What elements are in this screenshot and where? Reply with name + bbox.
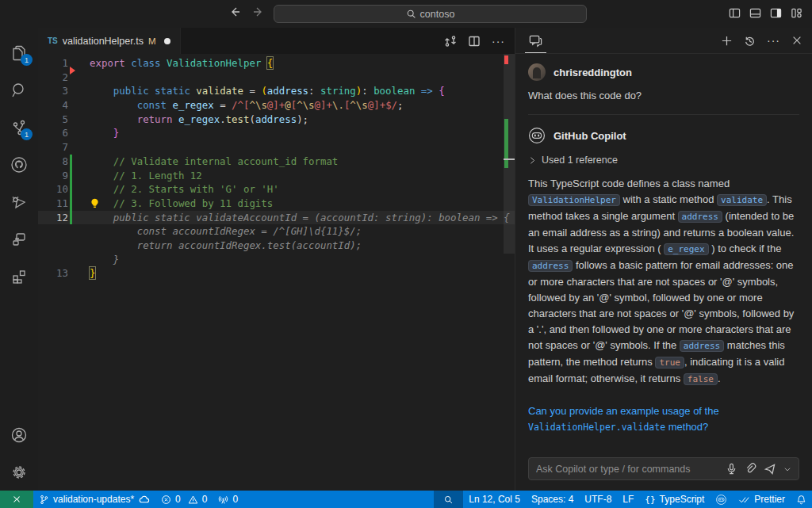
copilot-status-item[interactable] <box>710 491 733 508</box>
git-branch-item[interactable]: validation-updates* <box>33 491 155 508</box>
sidebar-item-explorer[interactable]: 1 <box>0 34 38 71</box>
code-line[interactable]: 9 // 1. Length 12 <box>38 169 515 183</box>
toggle-primary-sidebar-icon[interactable] <box>729 7 741 19</box>
overview-deleted-marker <box>504 55 508 64</box>
code-line[interactable]: const accountIdRegex = /^[GH]\d{11}$/; <box>38 224 515 239</box>
search-icon <box>10 81 29 100</box>
followup-text: Can you provide an example usage of the <box>528 405 719 417</box>
radio-tower-icon <box>218 495 228 505</box>
followup-code: ValidationHelper.validate <box>528 422 665 433</box>
new-chat-icon[interactable] <box>721 35 733 47</box>
code-line[interactable]: 1export class ValidationHelper { <box>38 56 515 71</box>
send-icon[interactable] <box>764 463 776 476</box>
user-question: What does this code do? <box>528 90 799 101</box>
code-line[interactable]: 12 public static validateAccountId = (ac… <box>38 211 515 225</box>
code-line[interactable]: 7 <box>38 140 515 155</box>
notifications-item[interactable] <box>791 491 812 508</box>
encoding-item[interactable]: UTF-8 <box>579 491 617 508</box>
deleted-lines-marker <box>70 67 75 74</box>
chat-input[interactable] <box>536 464 718 475</box>
code-line[interactable]: 6 } <box>38 126 515 140</box>
git-modified-badge: M <box>148 36 156 46</box>
search-icon <box>443 495 454 505</box>
ports-item[interactable]: 0 <box>213 491 243 508</box>
open-changes-icon[interactable] <box>444 35 457 48</box>
copilot-icon <box>715 494 727 506</box>
close-icon[interactable] <box>791 35 802 46</box>
sidebar-item-search[interactable] <box>0 71 38 109</box>
explorer-badge: 1 <box>21 54 33 66</box>
problems-item[interactable]: 0 0 <box>155 491 213 508</box>
followup-suggestion[interactable]: Can you provide an example usage of the … <box>528 403 799 435</box>
ports-count: 0 <box>232 494 238 505</box>
attach-icon[interactable] <box>745 463 756 475</box>
sidebar-item-github[interactable] <box>0 146 38 183</box>
code-line[interactable]: 5 return e_regex.test(address); <box>38 113 515 127</box>
search-icon <box>406 9 416 19</box>
code-line[interactable]: } <box>38 253 515 267</box>
extensions-icon <box>10 267 29 286</box>
assistant-name: GitHub Copilot <box>553 130 626 142</box>
copilot-icon <box>528 127 546 144</box>
references-toggle[interactable]: Used 1 reference <box>528 155 799 166</box>
code-line[interactable]: 8 // Validate internal account_id format <box>38 155 515 169</box>
editor-group: TS validationHelper.ts M ··· 1export cla… <box>38 28 515 491</box>
code-line[interactable]: return accountIdRegex.test(accountId); <box>38 239 515 253</box>
copilot-chat-panel: ··· chrisreddington What does this code … <box>515 28 812 491</box>
back-icon[interactable] <box>228 6 241 18</box>
chat-icon <box>528 33 543 48</box>
indentation-item[interactable]: Spaces: 4 <box>526 491 579 508</box>
toggle-panel-icon[interactable] <box>749 7 761 19</box>
remote-explorer-icon <box>10 230 29 249</box>
code-line[interactable]: 3 public static validate = (address: str… <box>38 84 515 98</box>
chevron-right-icon <box>528 156 537 165</box>
code-editor[interactable]: 1export class ValidationHelper {23 publi… <box>38 54 515 491</box>
more-actions-icon[interactable]: ··· <box>492 35 505 48</box>
run-debug-icon <box>10 193 29 212</box>
lightbulb-icon[interactable] <box>90 198 100 208</box>
code-line[interactable]: 13} <box>38 266 515 281</box>
eol-item[interactable]: LF <box>617 491 639 508</box>
language-mode-item[interactable]: {} TypeScript <box>639 491 710 508</box>
sidebar-item-extensions[interactable] <box>0 258 38 295</box>
error-icon <box>161 495 171 505</box>
title-bar: contoso <box>0 0 812 28</box>
formatter-item[interactable]: Prettier <box>733 491 791 508</box>
search-query: contoso <box>420 9 455 20</box>
unsaved-dot-icon[interactable] <box>164 38 170 44</box>
history-icon[interactable] <box>744 35 756 47</box>
forward-icon[interactable] <box>252 6 265 18</box>
chat-body: chrisreddington What does this code do? … <box>515 54 812 491</box>
code-line[interactable]: 11 // 3. Followed by 11 digits <box>38 197 515 211</box>
sidebar-item-run-debug[interactable] <box>0 183 38 220</box>
accounts-button[interactable] <box>0 416 38 453</box>
send-dropdown-icon[interactable] <box>783 465 791 473</box>
references-label: Used 1 reference <box>542 155 618 166</box>
search-status-item[interactable] <box>434 491 463 508</box>
microphone-icon[interactable] <box>726 463 737 475</box>
branch-label: validation-updates* <box>53 494 134 505</box>
warning-count: 0 <box>202 494 208 505</box>
code-line[interactable]: 4 const e_regex = /^[^\s@]+@[^\s@]+\.[^\… <box>38 98 515 113</box>
settings-button[interactable] <box>0 453 38 491</box>
scrollbar[interactable] <box>504 54 515 491</box>
sidebar-item-source-control[interactable]: 1 <box>0 109 38 146</box>
split-editor-icon[interactable] <box>468 35 481 48</box>
chat-tab[interactable] <box>525 28 546 53</box>
typescript-file-icon: TS <box>48 36 58 45</box>
tab-file-name: validationHelper.ts <box>63 36 144 47</box>
code-lines: 1export class ValidationHelper {23 publi… <box>38 56 515 281</box>
code-line[interactable]: 2 <box>38 71 515 85</box>
chat-input-box[interactable] <box>528 457 799 480</box>
remote-indicator[interactable] <box>0 491 33 508</box>
sidebar-item-remote-explorer[interactable] <box>0 220 38 258</box>
command-center-search[interactable]: contoso <box>274 5 587 23</box>
toggle-secondary-sidebar-icon[interactable] <box>770 7 782 19</box>
cursor-position-item[interactable]: Ln 12, Col 5 <box>463 491 526 508</box>
warning-icon <box>188 495 198 505</box>
more-actions-icon[interactable]: ··· <box>767 34 780 47</box>
code-line[interactable]: 10 // 2. Starts with 'G' or 'H' <box>38 182 515 197</box>
source-control-badge: 1 <box>21 128 33 140</box>
customize-layout-icon[interactable] <box>791 7 802 19</box>
tab-validation-helper[interactable]: TS validationHelper.ts M <box>38 28 181 54</box>
